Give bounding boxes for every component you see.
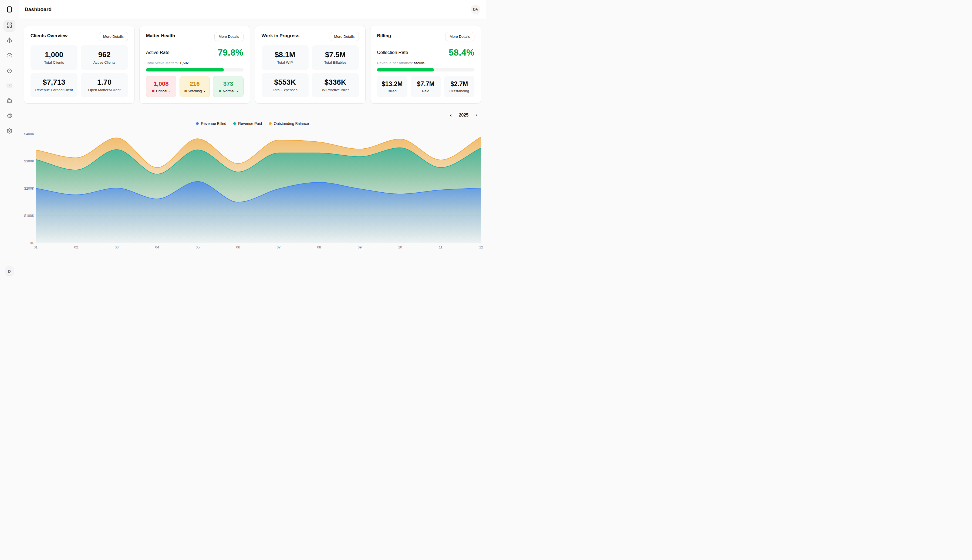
sidebar-user-avatar[interactable]: D: [5, 267, 14, 276]
chevron-right-icon: [474, 113, 478, 117]
x-tick-label: 01: [34, 245, 37, 249]
bot-icon: [7, 98, 12, 105]
chart-legend: Revenue Billed Revenue Paid Outstanding …: [24, 121, 481, 126]
stat-label: Revenue Earned/Client: [35, 88, 73, 92]
prism-icon: [7, 37, 12, 44]
next-year-button[interactable]: [473, 112, 480, 118]
x-tick-label: 02: [74, 245, 78, 249]
stat-value: $13.2M: [381, 80, 403, 88]
previous-year-button[interactable]: [448, 112, 454, 118]
x-tick-label: 10: [398, 245, 402, 249]
x-tick-label: 08: [317, 245, 321, 249]
y-tick-label: $0: [30, 241, 34, 245]
card-title: Work in Progress: [262, 32, 299, 38]
stat-tile: $13.2M Billed: [377, 76, 407, 97]
stat-label: WIP/Active Biller: [322, 88, 349, 92]
more-details-button[interactable]: More Details: [99, 32, 128, 41]
content: Dashboard DA Clients Overview More Detai…: [19, 0, 486, 280]
stat-label: Open Matters/Client: [88, 88, 121, 92]
chevron-right-icon: ›: [169, 89, 171, 93]
sidebar-item-time[interactable]: [3, 65, 15, 77]
x-tick-label: 03: [115, 245, 119, 249]
stat-value: $7.7M: [417, 80, 435, 88]
app-logo-icon: [5, 5, 14, 14]
stat-tile: $336K WIP/Active Biller: [312, 73, 359, 98]
stat-value: $336K: [325, 78, 346, 87]
card-title: Matter Health: [146, 32, 175, 38]
stat-value: 1.70: [97, 78, 112, 87]
stat-tile: $7.7M Paid: [411, 76, 441, 97]
legend-dot-icon: [196, 122, 199, 125]
legend-item-revenue-paid[interactable]: Revenue Paid: [233, 122, 262, 126]
sidebar-item-matters[interactable]: [3, 35, 15, 47]
x-tick-label: 05: [196, 245, 199, 249]
stat-tile: 962 Active Clients: [81, 45, 128, 70]
x-tick-label: 04: [155, 245, 159, 249]
more-details-button[interactable]: More Details: [214, 32, 244, 41]
badge-normal[interactable]: 373 Normal ›: [213, 76, 243, 97]
header: Dashboard DA: [19, 0, 486, 19]
main: Clients Overview More Details 1,000 Tota…: [19, 19, 486, 280]
app-root: D Dashboard DA Clients Overview More Det…: [0, 0, 486, 280]
badge-critical[interactable]: 1,008 Critical ›: [146, 76, 176, 97]
year-navigation: 2025: [24, 112, 481, 119]
rate-label: Collection Rate: [377, 50, 408, 55]
legend-dot-icon: [269, 122, 272, 125]
rate-label: Active Rate: [146, 50, 169, 55]
legend-dot-icon: [233, 122, 236, 125]
avatar[interactable]: DA: [471, 5, 480, 14]
card-clients-overview: Clients Overview More Details 1,000 Tota…: [24, 26, 135, 103]
sidebar-item-dashboard[interactable]: [3, 20, 15, 32]
sidebar-item-assistant[interactable]: [3, 95, 15, 107]
stat-label: Total Clients: [44, 60, 64, 65]
chevron-right-icon: ›: [236, 89, 238, 93]
badge-value: 1,008: [154, 80, 169, 87]
gauge-icon: [7, 52, 12, 59]
badge-label: Warning: [189, 89, 202, 93]
sidebar-item-settings[interactable]: [3, 125, 15, 137]
card-title: Billing: [377, 32, 391, 38]
x-tick-label: 12: [479, 245, 483, 249]
stat-label: Total Billables: [324, 60, 347, 65]
y-tick-label: $300K: [24, 159, 34, 163]
banknote-icon: [7, 83, 12, 90]
kpi-cards-row: Clients Overview More Details 1,000 Tota…: [24, 26, 481, 103]
more-details-button[interactable]: More Details: [445, 32, 474, 41]
normal-dot-icon: [219, 90, 221, 92]
stat-label: Total Expenses: [273, 88, 298, 92]
sidebar-item-billing[interactable]: [3, 80, 15, 92]
chevron-left-icon: [449, 113, 453, 117]
x-axis: 010203040506070809101112: [36, 243, 481, 251]
rate-value: 79.8%: [217, 47, 243, 58]
badge-label: Normal: [223, 89, 235, 93]
stat-label: Paid: [422, 89, 429, 93]
stat-tile: $2.7M Outstanding: [444, 76, 474, 97]
card-title: Clients Overview: [30, 32, 67, 38]
card-billing: Billing More Details Collection Rate 58.…: [370, 26, 481, 103]
card-matter-health: Matter Health More Details Active Rate 7…: [139, 26, 250, 103]
more-details-button[interactable]: More Details: [330, 32, 359, 41]
stat-tile: $7,713 Revenue Earned/Client: [30, 73, 77, 98]
stat-tile: $553K Total Expenses: [262, 73, 309, 98]
legend-item-outstanding-balance[interactable]: Outstanding Balance: [269, 122, 309, 126]
stat-label: Outstanding: [449, 89, 469, 93]
active-rate-progressbar: [146, 68, 244, 72]
badge-warning[interactable]: 216 Warning ›: [179, 76, 210, 97]
legend-item-revenue-billed[interactable]: Revenue Billed: [196, 122, 226, 126]
stat-value: $553K: [274, 78, 296, 87]
revenue-area-chart: $400K$300K$200K$100K$0: [24, 134, 481, 243]
sidebar-item-integrations[interactable]: [3, 110, 15, 122]
sidebar-item-performance[interactable]: [3, 50, 15, 62]
dashboard-grid-icon: [7, 22, 12, 29]
puzzle-icon: [7, 113, 12, 120]
chevron-right-icon: ›: [204, 89, 205, 93]
subtext: Total Active Matters: 1,597: [146, 61, 244, 65]
stat-tile: $7.5M Total Billables: [312, 45, 359, 70]
card-work-in-progress: Work in Progress More Details $8.1M Tota…: [255, 26, 366, 103]
badge-value: 373: [223, 80, 233, 87]
badge-label: Critical: [156, 89, 167, 93]
timer-icon: [7, 67, 12, 75]
y-axis: $400K$300K$200K$100K$0: [24, 134, 36, 243]
x-tick-label: 09: [358, 245, 361, 249]
stat-value: $2.7M: [450, 80, 468, 88]
